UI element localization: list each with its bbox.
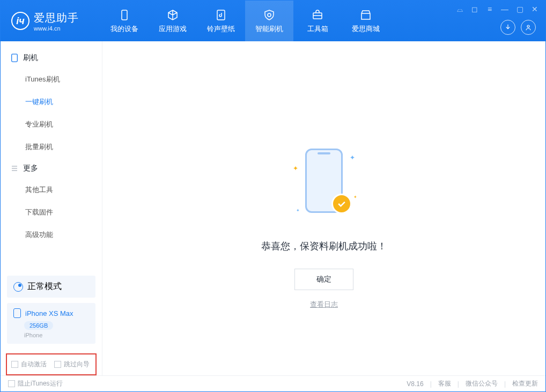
phone-outline-icon bbox=[10, 54, 19, 62]
version-label: V8.16 bbox=[407, 380, 423, 388]
nav-tab-flash[interactable]: 智能刷机 bbox=[245, 1, 293, 41]
app-logo-icon: iч bbox=[11, 12, 29, 30]
logo-area: iч 爱思助手 www.i4.cn bbox=[1, 11, 90, 32]
window-controls-top: ⌓ ◻ ≡ — ▢ ✕ bbox=[455, 5, 539, 14]
sparkle-icon: ✦ bbox=[350, 154, 355, 161]
nav-tab-toolbox[interactable]: 工具箱 bbox=[293, 1, 342, 41]
sidebar-item-oneclick-flash[interactable]: 一键刷机 bbox=[1, 91, 102, 113]
nav-label: 智能刷机 bbox=[255, 24, 283, 34]
device-capacity-badge: 256GB bbox=[24, 321, 53, 330]
user-button[interactable] bbox=[521, 20, 536, 35]
group-title: 刷机 bbox=[23, 53, 38, 63]
maximize-button[interactable]: ▢ bbox=[515, 5, 524, 14]
toolbox-icon bbox=[311, 8, 324, 22]
status-bar: 阻止iTunes运行 V8.16 | 客服 | 微信公众号 | 检查更新 bbox=[1, 375, 545, 391]
nav-label: 爱思商城 bbox=[352, 24, 380, 34]
header-action-buttons bbox=[500, 20, 536, 35]
music-file-icon bbox=[214, 8, 228, 22]
checkbox-icon bbox=[11, 361, 18, 368]
ok-button[interactable]: 确定 bbox=[294, 269, 353, 290]
sparkle-icon: ✦ bbox=[353, 195, 357, 199]
app-title: 爱思助手 bbox=[34, 11, 79, 25]
svg-point-3 bbox=[527, 25, 529, 27]
nav-tab-apps[interactable]: 应用游戏 bbox=[149, 1, 197, 41]
main-content: ✦ ✦ ✦ ✦ 恭喜您，保资料刷机成功啦！ 确定 查看日志 bbox=[102, 41, 545, 375]
separator: | bbox=[504, 380, 506, 388]
svg-rect-0 bbox=[122, 10, 127, 20]
tshirt-icon[interactable]: ⌓ bbox=[455, 5, 464, 14]
sidebar-group-more: 更多 bbox=[1, 158, 102, 179]
view-log-link[interactable]: 查看日志 bbox=[310, 300, 338, 309]
flash-options-highlight: 自动激活 跳过向导 bbox=[6, 353, 97, 375]
footer-right: V8.16 | 客服 | 微信公众号 | 检查更新 bbox=[407, 379, 538, 388]
app-subtitle: www.i4.cn bbox=[34, 25, 79, 32]
checkbox-icon bbox=[8, 380, 15, 387]
device-icon bbox=[117, 8, 131, 22]
device-mode-box[interactable]: 正常模式 bbox=[7, 276, 95, 298]
separator: | bbox=[458, 380, 459, 388]
nav-label: 铃声壁纸 bbox=[207, 24, 235, 34]
download-button[interactable] bbox=[500, 20, 515, 35]
sidebar-item-other-tools[interactable]: 其他工具 bbox=[1, 179, 102, 201]
nav-tabs: 我的设备 应用游戏 铃声壁纸 智能刷机 工具箱 爱思商城 bbox=[100, 1, 390, 41]
nav-tab-my-device[interactable]: 我的设备 bbox=[100, 1, 149, 41]
checkbox-icon bbox=[54, 361, 61, 368]
svg-rect-1 bbox=[217, 10, 225, 20]
device-type: iPhone bbox=[24, 332, 89, 338]
checkbox-auto-activate[interactable]: 自动激活 bbox=[11, 360, 47, 369]
checkbox-skip-guide[interactable]: 跳过向导 bbox=[54, 360, 90, 369]
checkbox-label: 跳过向导 bbox=[64, 360, 90, 369]
nav-tab-ringtones[interactable]: 铃声壁纸 bbox=[197, 1, 245, 41]
success-check-icon bbox=[331, 194, 352, 214]
sidebar-item-itunes-flash[interactable]: iTunes刷机 bbox=[1, 68, 102, 91]
sidebar-item-pro-flash[interactable]: 专业刷机 bbox=[1, 113, 102, 136]
sidebar-item-batch-flash[interactable]: 批量刷机 bbox=[1, 136, 102, 158]
group-title: 更多 bbox=[23, 164, 38, 173]
sidebar: 刷机 iTunes刷机 一键刷机 专业刷机 批量刷机 更多 其他工具 下载固件 … bbox=[1, 41, 102, 375]
checkbox-block-itunes[interactable]: 阻止iTunes运行 bbox=[8, 379, 63, 388]
footer-link-support[interactable]: 客服 bbox=[438, 379, 451, 388]
feedback-icon[interactable]: ◻ bbox=[470, 5, 479, 14]
success-illustration: ✦ ✦ ✦ ✦ bbox=[286, 143, 361, 229]
checkbox-label: 阻止iTunes运行 bbox=[18, 379, 63, 388]
phone-small-icon bbox=[13, 308, 21, 318]
device-panel: 正常模式 iPhone XS Max 256GB iPhone bbox=[1, 270, 102, 349]
cube-icon bbox=[166, 8, 180, 22]
shield-refresh-icon bbox=[262, 8, 276, 22]
store-icon bbox=[359, 8, 373, 22]
nav-tab-store[interactable]: 爱思商城 bbox=[342, 1, 390, 41]
success-message: 恭喜您，保资料刷机成功啦！ bbox=[261, 240, 387, 253]
nav-label: 我的设备 bbox=[110, 24, 138, 34]
close-button[interactable]: ✕ bbox=[530, 5, 539, 14]
list-icon bbox=[10, 164, 19, 173]
footer-link-update[interactable]: 检查更新 bbox=[512, 379, 538, 388]
sidebar-menu: 刷机 iTunes刷机 一键刷机 专业刷机 批量刷机 更多 其他工具 下载固件 … bbox=[1, 41, 102, 270]
app-body: 刷机 iTunes刷机 一键刷机 专业刷机 批量刷机 更多 其他工具 下载固件 … bbox=[1, 41, 545, 375]
app-header: iч 爱思助手 www.i4.cn 我的设备 应用游戏 铃声壁纸 智能刷机 工具… bbox=[1, 1, 545, 41]
logo-text: 爱思助手 www.i4.cn bbox=[34, 11, 79, 32]
menu-icon[interactable]: ≡ bbox=[485, 5, 494, 14]
device-info-box[interactable]: iPhone XS Max 256GB iPhone bbox=[7, 303, 95, 344]
sidebar-item-download-firmware[interactable]: 下载固件 bbox=[1, 201, 102, 224]
nav-label: 应用游戏 bbox=[159, 24, 187, 34]
sparkle-icon: ✦ bbox=[293, 165, 298, 172]
mode-icon bbox=[13, 282, 23, 292]
footer-link-wechat[interactable]: 微信公众号 bbox=[466, 379, 498, 388]
mode-label: 正常模式 bbox=[27, 281, 62, 292]
footer-left: 阻止iTunes运行 bbox=[8, 379, 63, 388]
device-name: iPhone XS Max bbox=[25, 309, 73, 317]
sparkle-icon: ✦ bbox=[296, 208, 300, 213]
nav-label: 工具箱 bbox=[307, 24, 328, 34]
minimize-button[interactable]: — bbox=[500, 5, 509, 14]
checkbox-label: 自动激活 bbox=[21, 360, 47, 369]
device-name-row: iPhone XS Max bbox=[13, 308, 89, 318]
svg-rect-4 bbox=[12, 54, 18, 62]
sidebar-item-advanced[interactable]: 高级功能 bbox=[1, 224, 102, 246]
sidebar-group-flash: 刷机 bbox=[1, 48, 102, 68]
separator: | bbox=[430, 380, 432, 388]
